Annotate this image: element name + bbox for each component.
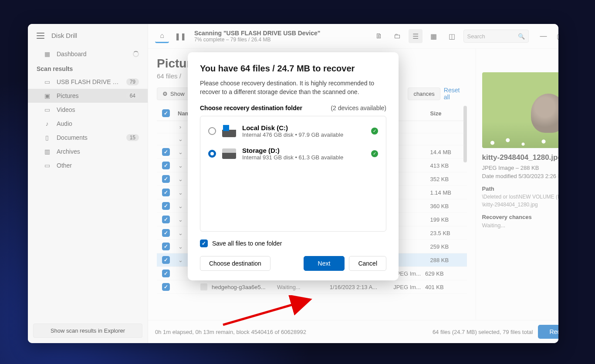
modal-backdrop: You have 64 files / 24.7 MB to recover P… xyxy=(28,24,558,343)
disk-icon xyxy=(222,148,236,159)
app-window: Disk Drill ▦ Dashboard Scan results ▭ US… xyxy=(28,24,558,343)
destination-list: Local Disk (C:) Internal 476 GB disk • 9… xyxy=(200,116,386,232)
dest-label: Choose recovery destination folder xyxy=(200,104,302,111)
save-one-checkbox[interactable] xyxy=(200,239,208,247)
dest-sub: Internal 931 GB disk • 61.3 GB available xyxy=(242,154,365,161)
disk-icon xyxy=(222,125,236,137)
modal-buttons: Choose destination Next Cancel xyxy=(200,256,386,271)
ok-badge-icon: ✓ xyxy=(371,128,378,135)
arrow-annotation xyxy=(219,295,323,330)
dest-available: (2 devices available) xyxy=(331,104,386,111)
modal-title: You have 64 files / 24.7 MB to recover xyxy=(200,64,386,74)
radio-button[interactable] xyxy=(208,150,216,158)
dest-name: Local Disk (C:) xyxy=(242,124,365,131)
dest-sub: Internal 476 GB disk • 97.9 GB available xyxy=(242,131,365,138)
choose-destination-button[interactable]: Choose destination xyxy=(200,256,270,271)
radio-button[interactable] xyxy=(208,127,216,135)
dest-name: Storage (D:) xyxy=(242,147,365,154)
svg-line-0 xyxy=(223,300,310,325)
save-one-folder-option[interactable]: Save all files to one folder xyxy=(200,239,386,247)
next-button[interactable]: Next xyxy=(304,256,345,271)
recovery-destination-modal: You have 64 files / 24.7 MB to recover P… xyxy=(188,52,399,280)
ok-badge-icon: ✓ xyxy=(371,150,378,157)
destination-item-c[interactable]: Local Disk (C:) Internal 476 GB disk • 9… xyxy=(202,120,384,142)
modal-description: Please choose recovery destination. It i… xyxy=(200,79,386,97)
cancel-button[interactable]: Cancel xyxy=(349,256,386,271)
destination-header: Choose recovery destination folder (2 de… xyxy=(200,104,386,111)
destination-item-d[interactable]: Storage (D:) Internal 931 GB disk • 61.3… xyxy=(202,142,384,165)
save-one-label: Save all files to one folder xyxy=(212,240,282,247)
